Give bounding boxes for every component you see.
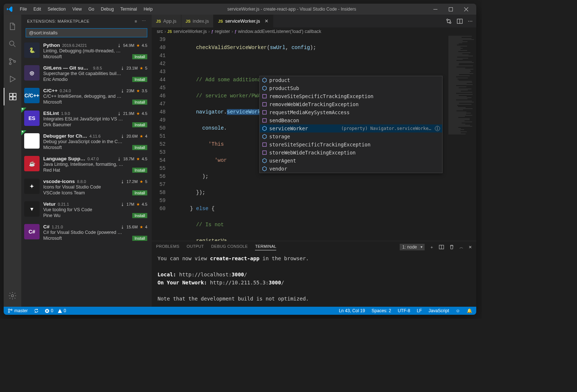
extension-version: 0.21.1 — [58, 202, 69, 206]
filter-icon[interactable]: ≡ — [135, 19, 137, 23]
suggest-item[interactable]: storeWebWideTrackingException — [260, 149, 442, 157]
problems-status[interactable]: 0 0 — [44, 308, 67, 313]
terminal-text: Note that the development build is not o… — [158, 295, 470, 303]
extension-item[interactable]: C/C++C/C++0.24.0⭳23M ★3.5C/C++ IntelliSe… — [21, 85, 152, 108]
code-editor[interactable]: 3940414243444546474849505152535455565758… — [152, 36, 476, 241]
encoding-status[interactable]: UTF-8 — [397, 308, 411, 313]
breadcrumb-folder[interactable]: src — [157, 29, 163, 34]
install-button[interactable]: Install — [132, 213, 147, 218]
suggest-item[interactable]: product — [260, 76, 442, 84]
install-button[interactable]: Install — [132, 145, 147, 150]
menu-selection[interactable]: Selection — [45, 5, 69, 13]
extensions-search-input[interactable]: @sort:installs — [26, 28, 147, 37]
debug-icon[interactable] — [4, 70, 21, 88]
suggest-item[interactable]: removeWebWideTrackingException — [260, 100, 442, 108]
settings-gear-icon[interactable] — [4, 287, 21, 305]
split-terminal-icon[interactable] — [439, 244, 444, 250]
extension-item[interactable]: 🐍Python2019.6.24221⭳54.9M ★4.5Linting, D… — [21, 40, 152, 62]
suggest-item[interactable]: removeSiteSpecificTrackingException — [260, 92, 442, 100]
editor-tabs: JSApp.jsJSindex.jsJSserviceWorker.js✕ ⋯ — [152, 15, 476, 27]
menu-debug[interactable]: Debug — [98, 5, 116, 13]
download-icon: ⭳ — [117, 157, 121, 161]
sync-status[interactable] — [33, 308, 40, 313]
more-icon[interactable]: ⋯ — [142, 19, 146, 23]
menu-view[interactable]: View — [69, 5, 85, 13]
editor-tab[interactable]: JSserviceWorker.js✕ — [214, 15, 273, 27]
source-control-icon[interactable] — [4, 53, 21, 70]
close-button[interactable] — [459, 4, 473, 14]
info-icon[interactable]: i — [435, 126, 440, 131]
extension-item[interactable]: ☕Language Supp…0.47.0⭳18.7M ★4.5Java Lin… — [21, 153, 152, 176]
cursor-position-status[interactable]: Ln 43, Col 19 — [338, 308, 366, 313]
git-branch-status[interactable]: master — [7, 308, 29, 313]
indentation-status[interactable]: Spaces: 2 — [370, 308, 392, 313]
menu-terminal[interactable]: Terminal — [118, 5, 140, 13]
close-tab-icon[interactable]: ✕ — [265, 18, 269, 24]
menu-file[interactable]: File — [17, 5, 30, 13]
extension-publisher: Eric Amodio — [43, 77, 68, 82]
breadcrumb-fn2[interactable]: window.addEventListener('load') callback — [238, 29, 321, 34]
menu-help[interactable]: Help — [141, 5, 156, 13]
feedback-icon[interactable]: ☺ — [455, 308, 461, 313]
extensions-list[interactable]: 🐍Python2019.6.24221⭳54.9M ★4.5Linting, D… — [21, 40, 152, 307]
extension-item[interactable]: ESESLint1.9.0⭳21.9M ★4.5Integrates ESLin… — [21, 108, 152, 130]
extensions-icon[interactable] — [4, 88, 21, 105]
suggest-item[interactable]: serviceWorker(property) Navigator.servic… — [260, 124, 442, 132]
svg-point-2 — [10, 41, 14, 45]
extension-item[interactable]: ▼Vetur0.21.1⭳17M ★4.5Vue tooling for VS … — [21, 198, 152, 221]
notifications-icon[interactable]: 🔔 — [466, 308, 473, 313]
install-button[interactable]: Install — [132, 122, 147, 127]
new-terminal-icon[interactable]: ＋ — [430, 244, 434, 250]
explorer-icon[interactable] — [4, 18, 21, 35]
terminal-output[interactable]: You can now view create-react-app in the… — [152, 253, 476, 307]
breadcrumb[interactable]: src › JS serviceWorker.js › ƒ register ›… — [152, 27, 476, 36]
terminal-selector[interactable]: 1: node — [400, 244, 425, 250]
suggest-item[interactable]: userAgent — [260, 157, 442, 165]
suggest-item[interactable]: sendBeacon — [260, 116, 442, 124]
minimap[interactable] — [447, 36, 476, 241]
menu-go[interactable]: Go — [85, 5, 97, 13]
language-mode-status[interactable]: JavaScript — [428, 308, 450, 313]
suggest-item[interactable]: storeSiteSpecificTrackingException — [260, 141, 442, 149]
suggest-item[interactable]: productSub — [260, 84, 442, 92]
minimize-button[interactable] — [428, 4, 443, 14]
install-button[interactable]: Install — [132, 168, 147, 173]
panel-tab-terminal[interactable]: TERMINAL — [255, 244, 276, 250]
extension-item[interactable]: C#C#1.21.0⭳15.6M ★4C# for Visual Studio … — [21, 221, 152, 244]
compare-changes-icon[interactable] — [446, 18, 452, 24]
suggest-kind-icon — [262, 134, 267, 139]
extension-item[interactable]: ✦vscode-icons8.8.0⭳17.2M ★5Icons for Vis… — [21, 176, 152, 198]
install-button[interactable]: Install — [132, 100, 147, 105]
download-count: 18.7M — [123, 157, 134, 161]
install-button[interactable]: Install — [132, 190, 147, 195]
editor-tab[interactable]: JSindex.js — [181, 15, 214, 27]
breadcrumb-file[interactable]: serviceWorker.js — [173, 29, 207, 34]
function-icon: ƒ — [234, 30, 237, 34]
code-content[interactable]: checkValidServiceWorker(swUrl, config); … — [170, 36, 476, 241]
maximize-button[interactable] — [443, 4, 458, 14]
search-icon[interactable] — [4, 35, 21, 53]
eol-status[interactable]: LF — [416, 308, 423, 313]
download-count: 20.6M — [126, 134, 138, 138]
extension-item[interactable]: ◎GitLens — Git sup…9.8.5⭳23.1M ★5Superch… — [21, 62, 152, 85]
js-file-icon: JS — [167, 30, 172, 34]
panel-tab-output[interactable]: OUTPUT — [187, 244, 204, 250]
kill-terminal-icon[interactable] — [449, 244, 454, 250]
suggest-item[interactable]: requestMediaKeySystemAccess — [260, 108, 442, 116]
breadcrumb-fn1[interactable]: register — [215, 29, 230, 34]
close-panel-icon[interactable]: ✕ — [469, 245, 472, 250]
intellisense-suggest-widget[interactable]: productproductSubremoveSiteSpecificTrack… — [259, 76, 443, 173]
install-button[interactable]: Install — [132, 77, 147, 82]
panel-tab-problems[interactable]: PROBLEMS — [156, 244, 180, 250]
suggest-item[interactable]: storage — [260, 132, 442, 141]
menu-edit[interactable]: Edit — [30, 5, 44, 13]
maximize-panel-icon[interactable]: ︿ — [459, 244, 463, 250]
install-button[interactable]: Install — [132, 54, 147, 59]
extension-item[interactable]: ◐Debugger for Ch…4.11.6⭳20.6M ★4Debug yo… — [21, 130, 152, 153]
suggest-item[interactable]: vendor — [260, 165, 442, 173]
install-button[interactable]: Install — [132, 236, 147, 241]
editor-more-icon[interactable]: ⋯ — [468, 18, 473, 24]
split-editor-icon[interactable] — [457, 18, 463, 24]
panel-tab-debug-console[interactable]: DEBUG CONSOLE — [211, 244, 248, 250]
editor-tab[interactable]: JSApp.js — [152, 15, 181, 27]
